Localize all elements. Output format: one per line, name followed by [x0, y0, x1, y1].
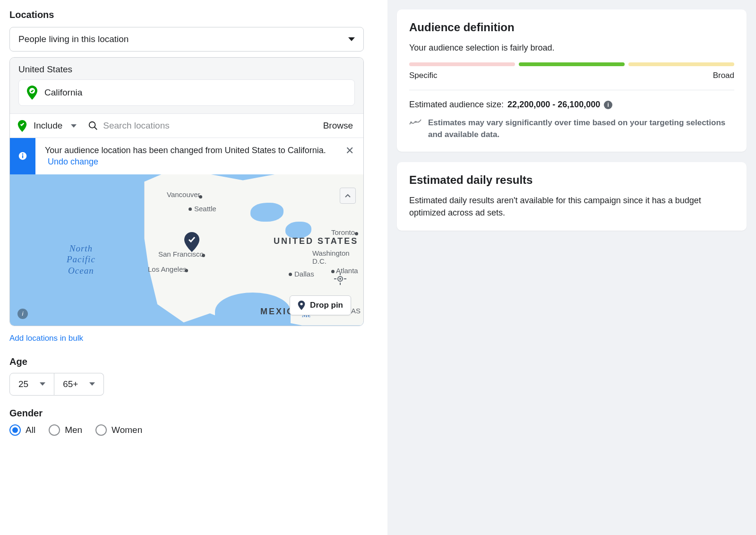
- svg-rect-4: [22, 155, 23, 158]
- map-city-label: Vancouver: [167, 190, 200, 198]
- location-type-value: People living in this location: [18, 34, 129, 44]
- close-icon[interactable]: ✕: [344, 145, 356, 157]
- age-label: Age: [9, 356, 378, 367]
- map-edge-label: AS: [351, 307, 361, 315]
- svg-point-9: [410, 121, 412, 123]
- map-city-label: Seattle: [194, 205, 216, 213]
- include-pin-icon: [17, 120, 27, 131]
- gender-option-label: All: [26, 425, 35, 435]
- svg-point-7: [339, 278, 341, 280]
- chevron-down-icon: [89, 382, 95, 386]
- map-country-label: UNITED STATES: [274, 237, 358, 246]
- location-map[interactable]: North Pacific Ocean Vancouver Seattle Sa…: [10, 174, 363, 326]
- notice-text: Your audience location has been changed …: [45, 146, 326, 155]
- map-city-label: Dallas: [294, 270, 314, 278]
- estimate-label: Estimated audience size:: [409, 100, 504, 110]
- daily-results-card: Estimated daily results Estimated daily …: [397, 162, 747, 230]
- gender-radio-all[interactable]: All: [9, 424, 35, 436]
- radio-icon: [9, 424, 21, 436]
- estimate-value: 22,200,000 - 26,100,000: [507, 100, 600, 110]
- location-type-dropdown[interactable]: People living in this location: [9, 27, 364, 52]
- chevron-up-icon: [344, 192, 351, 199]
- ocean-label: North Pacific Ocean: [67, 243, 95, 276]
- gender-option-label: Men: [65, 425, 82, 435]
- age-max-value: 65+: [63, 379, 78, 389]
- map-crosshair-icon[interactable]: [334, 273, 346, 285]
- pin-icon: [298, 301, 305, 310]
- location-country: United States: [18, 64, 355, 75]
- drop-pin-button[interactable]: Drop pin: [290, 295, 351, 315]
- gauge-left-label: Specific: [409, 71, 438, 80]
- undo-change-link[interactable]: Undo change: [48, 157, 98, 166]
- gender-radio-women[interactable]: Women: [95, 424, 142, 436]
- map-city-label: Washington D.C.: [312, 249, 363, 265]
- location-card: United States California Include Browse: [9, 57, 364, 326]
- audience-summary: Your audience selection is fairly broad.: [409, 42, 734, 54]
- info-icon[interactable]: i: [604, 101, 612, 109]
- gender-radio-men[interactable]: Men: [49, 424, 82, 436]
- location-search-input[interactable]: [103, 121, 314, 131]
- browse-button[interactable]: Browse: [320, 119, 356, 133]
- chevron-down-icon: [40, 382, 45, 386]
- svg-point-1: [89, 122, 95, 128]
- map-city-label: Los Angeles: [148, 265, 187, 273]
- selected-location-name: California: [44, 87, 82, 98]
- chart-icon: [409, 117, 421, 140]
- age-min-select[interactable]: 25: [9, 373, 54, 396]
- add-locations-bulk-link[interactable]: Add locations in bulk: [9, 334, 83, 343]
- gauge-segment-specific: [409, 62, 515, 66]
- chevron-down-icon: [348, 37, 355, 41]
- age-max-select[interactable]: 65+: [54, 373, 104, 396]
- audience-definition-card: Audience definition Your audience select…: [397, 9, 747, 152]
- daily-title: Estimated daily results: [409, 173, 734, 187]
- chevron-down-icon: [71, 124, 77, 128]
- map-city-label: Toronto: [331, 228, 355, 236]
- map-zoom-control[interactable]: [340, 188, 356, 204]
- locations-label: Locations: [9, 9, 378, 20]
- gender-label: Gender: [9, 408, 378, 419]
- gauge-segment-current: [519, 62, 625, 66]
- gauge-segment-broad: [628, 62, 734, 66]
- audience-gauge: [409, 62, 734, 66]
- include-dropdown[interactable]: Include: [34, 121, 62, 131]
- location-pin-icon: [26, 86, 38, 100]
- radio-icon: [49, 424, 60, 436]
- estimate-note: Estimates may vary significantly over ti…: [428, 117, 734, 140]
- map-selected-pin-icon: [184, 232, 200, 252]
- svg-line-2: [94, 127, 97, 130]
- svg-point-5: [22, 154, 24, 155]
- info-icon: [18, 152, 27, 160]
- map-info-icon[interactable]: i: [17, 309, 28, 319]
- age-min-value: 25: [18, 379, 28, 389]
- gauge-right-label: Broad: [713, 71, 734, 80]
- daily-body: Estimated daily results aren't available…: [409, 194, 734, 219]
- svg-point-10: [415, 121, 417, 123]
- audience-title: Audience definition: [409, 21, 734, 34]
- selected-location-chip[interactable]: California: [18, 79, 355, 106]
- search-icon: [88, 121, 98, 131]
- radio-icon: [95, 424, 107, 436]
- location-change-notice: Your audience location has been changed …: [10, 138, 363, 174]
- gender-option-label: Women: [112, 425, 142, 435]
- svg-point-8: [300, 302, 302, 305]
- drop-pin-label: Drop pin: [310, 301, 343, 310]
